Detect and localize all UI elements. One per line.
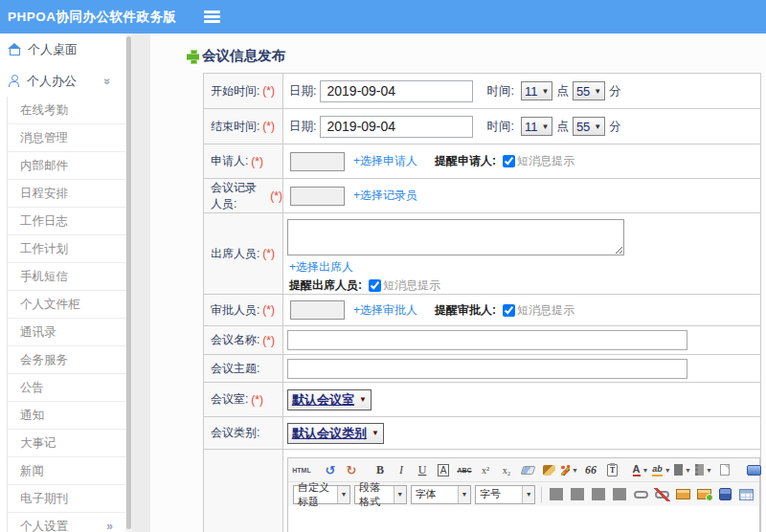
paste-button[interactable] <box>602 460 621 480</box>
chevron-down-icon: » <box>101 78 115 84</box>
sidebar-subitem-公告[interactable]: 公告 <box>8 374 125 402</box>
app-logo: PHPOA协同办公软件政务版 <box>8 9 177 26</box>
user-icon <box>8 75 20 87</box>
meeting-type-select[interactable]: 默认会议类别▼ <box>287 423 384 444</box>
undo-button[interactable]: ↺ <box>321 460 340 480</box>
sidebar-subitem-个人文件柜[interactable]: 个人文件柜 <box>8 291 125 319</box>
sidebar-subitem-内部邮件[interactable]: 内部邮件 <box>8 152 125 180</box>
link-button[interactable] <box>631 484 650 504</box>
new-page-button[interactable] <box>715 460 734 480</box>
end-time-label: 结束时间: <box>211 119 259 135</box>
highlight-button[interactable]: ab▼ <box>652 460 671 480</box>
sms-label: 短消息提示 <box>517 302 574 319</box>
sidebar-subitem-在线考勤[interactable]: 在线考勤 <box>8 97 125 124</box>
fullscreen-button[interactable] <box>744 460 763 480</box>
choose-attendees-link[interactable]: +选择出席人 <box>289 259 353 276</box>
table-button[interactable] <box>736 484 755 504</box>
sidebar-subitem-大事记[interactable]: 大事记 <box>8 430 125 457</box>
justify-button[interactable] <box>610 484 629 504</box>
approver-input[interactable] <box>290 300 345 320</box>
meeting-name-input[interactable] <box>287 330 687 350</box>
font-box-button[interactable]: A <box>434 460 453 480</box>
meeting-room-select[interactable]: 默认会议室▼ <box>287 389 372 410</box>
heading-select[interactable]: 自定义标题▼ <box>293 485 350 504</box>
editor-content-area[interactable] <box>288 506 759 532</box>
row-end-time: 结束时间: (*) 日期: 时间: 11▼ 点 55▼ 分 <box>204 109 760 144</box>
sidebar-item-个人办公[interactable]: 个人办公» <box>0 65 125 97</box>
sidebar-scrollbar[interactable] <box>125 33 132 532</box>
font-family-select[interactable]: 字体▼ <box>411 485 471 504</box>
end-date-input[interactable] <box>320 116 473 138</box>
end-minute-select[interactable]: 55▼ <box>573 117 605 136</box>
choose-recorder-link[interactable]: +选择记录员 <box>353 188 417 204</box>
format-clear-button[interactable] <box>539 460 558 480</box>
applicant-sms-checkbox[interactable] <box>503 155 515 167</box>
eraser-button[interactable] <box>518 460 537 480</box>
minute-suffix: 分 <box>609 83 621 100</box>
end-hour-select[interactable]: 11▼ <box>521 117 552 136</box>
meeting-topic-input[interactable] <box>287 359 687 379</box>
choose-applicant-link[interactable]: +选择申请人 <box>353 153 417 169</box>
rich-text-editor: HTML↺↻BIUAABCx²x₂▼66A▼ab▼▼▼ 自定义标题▼段落格式▼字… <box>287 457 760 532</box>
recorder-input[interactable] <box>290 187 345 206</box>
media-button[interactable] <box>715 484 734 504</box>
ordered-list-button[interactable]: ▼ <box>673 460 692 480</box>
sidebar-scrollbar-thumb[interactable] <box>126 36 131 529</box>
sidebar-subitem-通知[interactable]: 通知 <box>8 402 125 430</box>
required-mark: (*) <box>251 393 263 407</box>
sms-label: 短消息提示 <box>383 277 440 294</box>
unlink-button[interactable] <box>652 484 671 504</box>
bold-button[interactable]: B <box>371 460 390 480</box>
highlight-icon: ab <box>652 464 663 477</box>
row-meeting-room: 会议室: (*) 默认会议室▼ <box>204 383 760 417</box>
subscript-button[interactable]: x₂ <box>497 460 516 480</box>
sidebar-subitem-消息管理[interactable]: 消息管理 <box>8 124 125 152</box>
meeting-topic-label: 会议主题: <box>211 361 259 377</box>
redo-button[interactable]: ↻ <box>342 460 361 480</box>
remind-approver-label: 提醒审批人: <box>435 302 496 319</box>
sidebar-subitem-工作日志[interactable]: 工作日志 <box>8 208 125 235</box>
unordered-list-button[interactable]: ▼ <box>694 460 713 480</box>
strikethrough-button[interactable]: ABC <box>455 460 474 480</box>
approver-sms-checkbox[interactable] <box>503 304 515 317</box>
start-date-input[interactable] <box>320 80 473 102</box>
date-label: 日期: <box>289 119 316 135</box>
row-recorder: 会议记录人员: (*) +选择记录员 <box>204 179 760 213</box>
font-color-button[interactable]: A▼ <box>631 460 650 480</box>
sidebar-subitem-label: 手机短信 <box>20 269 68 285</box>
image-button[interactable] <box>673 484 692 504</box>
sidebar-subitem-工作计划[interactable]: 工作计划 <box>8 235 125 263</box>
superscript-button[interactable]: x² <box>476 460 495 480</box>
sidebar-item-个人桌面[interactable]: 个人桌面 <box>0 33 125 65</box>
sidebar-subitem-手机短信[interactable]: 手机短信 <box>8 263 125 291</box>
attendees-sms-checkbox[interactable] <box>369 279 381 292</box>
image-upload-button[interactable] <box>694 484 713 504</box>
sidebar-subitem-label: 通讯录 <box>20 324 56 341</box>
choose-approver-link[interactable]: +选择审批人 <box>353 302 417 319</box>
sidebar-subitem-新闻[interactable]: 新闻 <box>8 457 125 485</box>
attendees-textarea[interactable] <box>287 219 624 255</box>
applicant-input[interactable] <box>290 152 345 171</box>
row-meeting-name: 会议名称: (*) <box>204 326 760 355</box>
sidebar-subitem-会务服务[interactable]: 会务服务 <box>8 346 125 374</box>
bold-icon: B <box>376 463 384 477</box>
align-left-button[interactable] <box>547 484 566 504</box>
start-hour-select[interactable]: 11▼ <box>521 81 552 100</box>
format-brush-button[interactable]: ▼ <box>560 460 579 480</box>
sidebar-subitem-个人设置[interactable]: 个人设置» <box>8 513 125 532</box>
sidebar-subitem-电子期刊[interactable]: 电子期刊 <box>8 485 125 513</box>
underline-button[interactable]: U <box>413 460 432 480</box>
start-minute-select[interactable]: 55▼ <box>573 81 605 100</box>
align-right-button[interactable] <box>589 484 608 504</box>
align-center-button[interactable] <box>568 484 587 504</box>
sms-label: 短消息提示 <box>517 153 574 169</box>
font-size-select[interactable]: 字号▼ <box>475 485 535 504</box>
sidebar-subitem-日程安排[interactable]: 日程安排 <box>8 180 125 208</box>
blockquote-button[interactable]: 66 <box>581 460 600 480</box>
paragraph-select[interactable]: 段落格式▼ <box>354 485 407 504</box>
sidebar-subitem-通讯录[interactable]: 通讯录 <box>8 319 125 346</box>
hamburger-menu-icon[interactable] <box>204 11 220 23</box>
italic-button[interactable]: I <box>392 460 411 480</box>
source-code-button[interactable]: HTML <box>292 460 311 480</box>
new-page-icon <box>720 464 730 476</box>
